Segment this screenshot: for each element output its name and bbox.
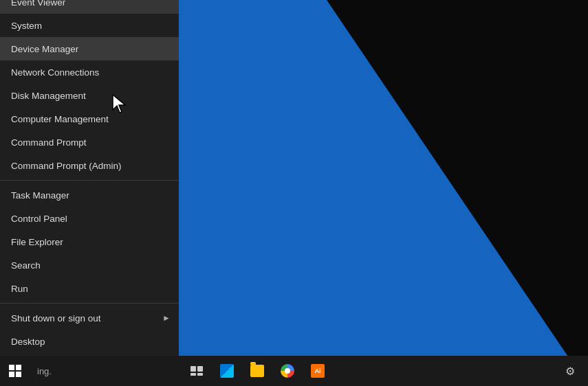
folder-icon [250,365,264,377]
menu-item-label: Control Panel [11,214,67,224]
store-icon [220,364,234,378]
store-button[interactable] [212,356,242,386]
menu-divider-2 [0,303,179,304]
svg-rect-4 [190,366,196,372]
menu-item-disk-management[interactable]: Disk Management [0,84,179,107]
menu-item-file-explorer[interactable]: File Explorer [0,230,179,253]
menu-item-label: Command Prompt [11,137,87,148]
menu-item-label: Event Viewer [11,0,65,8]
menu-item-label: Desktop [11,337,45,347]
context-menu: Programs and Features Power Options Even… [0,0,179,356]
svg-rect-5 [197,366,203,372]
menu-item-system[interactable]: System [0,14,179,37]
menu-item-label: Search [11,260,41,271]
system-tray: ⚙ [558,356,588,386]
start-button[interactable] [0,356,30,386]
menu-divider-1 [0,180,179,181]
menu-item-label: System [11,21,42,31]
file-explorer-button[interactable] [242,356,272,386]
menu-item-label: Task Manager [11,190,69,201]
taskbar-search[interactable]: ing. [30,356,182,386]
illustrator-button[interactable]: Ai [303,356,333,386]
illustrator-icon: Ai [311,364,325,378]
menu-item-task-manager[interactable]: Task Manager [0,183,179,207]
menu-item-command-prompt-admin[interactable]: Command Prompt (Admin) [0,154,179,177]
task-view-button[interactable] [182,356,212,386]
menu-item-label: Command Prompt (Admin) [11,161,122,171]
menu-item-label: Run [11,284,28,294]
menu-item-event-viewer[interactable]: Event Viewer [0,0,179,14]
search-placeholder-text: ing. [37,366,52,376]
menu-item-desktop[interactable]: Desktop [0,330,179,353]
menu-item-label: Network Connections [11,67,99,78]
menu-item-device-manager[interactable]: Device Manager [0,37,179,60]
menu-item-shut-down-or-sign-out[interactable]: Shut down or sign out ► [0,306,179,330]
chrome-button[interactable] [272,356,303,386]
menu-item-label: Computer Management [11,114,109,124]
submenu-arrow-icon: ► [162,313,171,323]
svg-rect-2 [9,372,14,377]
menu-item-control-panel[interactable]: Control Panel [0,207,179,230]
menu-item-label: Shut down or sign out [11,313,101,323]
svg-rect-0 [9,365,14,370]
taskbar: ing. Ai ⚙ [0,356,588,386]
menu-item-label: Device Manager [11,44,78,54]
svg-rect-1 [16,365,21,370]
settings-tray-button[interactable]: ⚙ [558,356,582,386]
menu-item-run[interactable]: Run [0,277,179,300]
menu-item-network-connections[interactable]: Network Connections [0,60,179,84]
menu-item-label: Disk Management [11,91,86,101]
menu-item-command-prompt[interactable]: Command Prompt [0,130,179,154]
menu-item-search[interactable]: Search [0,253,179,277]
svg-rect-7 [197,373,203,376]
svg-rect-3 [16,372,21,377]
menu-item-label: File Explorer [11,237,63,247]
menu-item-computer-management[interactable]: Computer Management [0,107,179,130]
gear-icon: ⚙ [565,365,575,378]
svg-rect-6 [190,373,196,376]
chrome-icon [281,364,294,378]
